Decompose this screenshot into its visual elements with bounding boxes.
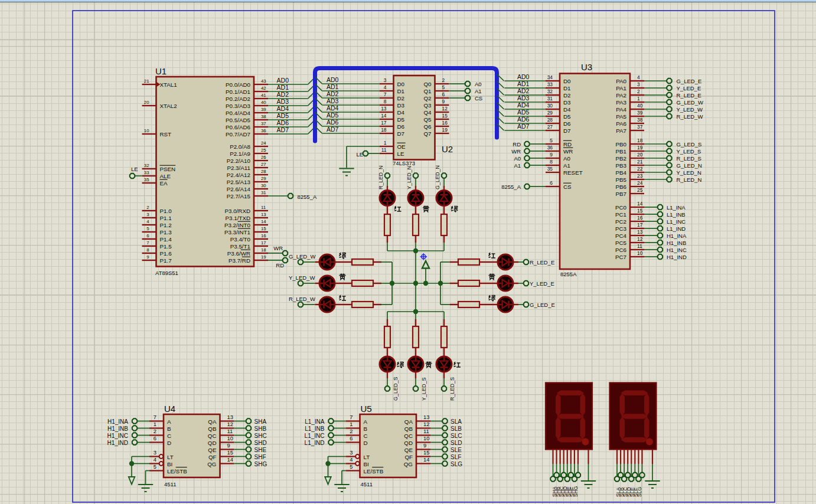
svg-text:AD0: AD0	[277, 77, 289, 84]
svg-text:14: 14	[381, 113, 387, 119]
svg-text:36: 36	[261, 128, 266, 133]
svg-text:20: 20	[637, 152, 643, 158]
svg-text:PB4: PB4	[615, 169, 626, 176]
svg-text:2: 2	[350, 428, 352, 434]
svg-text:P2.3/A11: P2.3/A11	[227, 165, 250, 171]
svg-text:2: 2	[637, 89, 640, 94]
svg-text:8: 8	[384, 99, 387, 104]
svg-text:31: 31	[261, 190, 266, 195]
svg-text:D2: D2	[563, 92, 571, 99]
svg-text:9: 9	[227, 442, 230, 449]
svg-text:AD3: AD3	[327, 97, 339, 104]
svg-text:RD: RD	[513, 141, 521, 148]
svg-text:PA7: PA7	[616, 127, 626, 134]
svg-text:4: 4	[146, 219, 149, 224]
svg-text:11: 11	[227, 428, 233, 434]
svg-text:AD5: AD5	[277, 112, 289, 119]
svg-text:10: 10	[423, 435, 429, 441]
svg-text:P2.1/A9: P2.1/A9	[230, 150, 250, 157]
svg-text:R_LED_N: R_LED_N	[677, 176, 702, 183]
svg-text:H1_INC: H1_INC	[667, 247, 687, 253]
svg-text:13: 13	[381, 106, 387, 112]
svg-text:8255_A: 8255_A	[298, 194, 317, 200]
svg-text:D: D	[167, 440, 171, 446]
svg-text:PC3: PC3	[615, 225, 627, 232]
svg-text:Y_LED_E: Y_LED_E	[530, 280, 554, 287]
svg-text:8: 8	[550, 159, 553, 165]
svg-text:18: 18	[261, 247, 266, 253]
svg-text:Y_LED_W: Y_LED_W	[289, 274, 315, 281]
svg-text:SLA: SLA	[451, 418, 462, 425]
svg-text:28: 28	[261, 169, 266, 174]
svg-text:OE: OE	[397, 143, 406, 150]
svg-text:PC0: PC0	[615, 204, 627, 211]
svg-text:Q2: Q2	[423, 95, 431, 102]
svg-text:XTAL2: XTAL2	[160, 103, 177, 109]
svg-text:L1_IND: L1_IND	[305, 440, 325, 446]
svg-text:P1.6: P1.6	[160, 250, 172, 257]
svg-text:L1_INB: L1_INB	[305, 426, 325, 432]
svg-text:SHG: SHG	[573, 486, 579, 497]
svg-text:QF: QF	[208, 454, 217, 460]
svg-text:SHA: SHA	[254, 418, 267, 425]
svg-text:15: 15	[423, 449, 429, 456]
svg-text:CS: CS	[563, 184, 572, 190]
svg-text:22: 22	[637, 166, 643, 172]
svg-text:32: 32	[547, 89, 553, 94]
svg-text:3: 3	[154, 449, 156, 456]
svg-text:D3: D3	[563, 99, 571, 106]
svg-text:AD5: AD5	[327, 112, 339, 119]
svg-text:21: 21	[144, 78, 149, 84]
svg-text:G_LED_W: G_LED_W	[289, 253, 315, 260]
svg-text:AD6: AD6	[327, 119, 339, 126]
svg-text:PB0: PB0	[615, 141, 626, 148]
svg-text:AD4: AD4	[327, 104, 339, 112]
svg-text:R_LED_S: R_LED_S	[449, 377, 455, 401]
svg-text:P3.7/RD: P3.7/RD	[229, 257, 250, 264]
svg-text:D7: D7	[397, 130, 405, 137]
svg-text:PA5: PA5	[616, 113, 626, 120]
svg-text:4511: 4511	[361, 481, 373, 487]
svg-text:Q5: Q5	[423, 116, 432, 123]
svg-text:H1_INB: H1_INB	[667, 240, 686, 246]
svg-text:C: C	[167, 433, 171, 439]
svg-text:P1.4: P1.4	[160, 236, 172, 243]
svg-text:P3.6/WR: P3.6/WR	[227, 250, 250, 257]
svg-text:QB: QB	[208, 426, 217, 432]
svg-text:D1: D1	[563, 85, 571, 91]
svg-text:2: 2	[146, 205, 149, 210]
svg-text:A1: A1	[514, 162, 521, 169]
svg-text:AD3: AD3	[277, 98, 289, 105]
svg-text:6: 6	[146, 233, 149, 238]
svg-text:G_LED_E: G_LED_E	[677, 78, 702, 84]
svg-text:XTAL1: XTAL1	[160, 81, 177, 88]
svg-text:Y_LED_E: Y_LED_E	[677, 85, 701, 91]
svg-text:AT89S51: AT89S51	[155, 270, 178, 276]
svg-text:14: 14	[423, 456, 429, 463]
svg-text:L1_INA: L1_INA	[305, 418, 325, 425]
svg-text:P1.3: P1.3	[160, 229, 172, 235]
svg-text:40: 40	[261, 100, 266, 105]
svg-text:38: 38	[261, 114, 266, 119]
svg-text:5: 5	[550, 138, 553, 143]
svg-text:PB5: PB5	[615, 176, 626, 183]
svg-text:H1_INB: H1_INB	[107, 426, 128, 432]
svg-text:ALE: ALE	[160, 173, 171, 179]
svg-text:Q7: Q7	[423, 130, 431, 137]
svg-text:AD2: AD2	[277, 91, 289, 98]
svg-text:18: 18	[637, 138, 643, 143]
svg-text:U1: U1	[155, 66, 167, 76]
svg-text:PA1: PA1	[616, 85, 626, 91]
svg-text:17: 17	[637, 222, 643, 228]
svg-text:H1_INC: H1_INC	[107, 433, 128, 439]
svg-text:30: 30	[261, 183, 266, 188]
svg-text:SHB: SHB	[254, 426, 267, 432]
svg-text:11: 11	[381, 147, 387, 153]
svg-text:QD: QD	[404, 440, 413, 446]
svg-text:PB7: PB7	[615, 191, 626, 197]
svg-text:P3.3/INT1: P3.3/INT1	[224, 229, 250, 235]
svg-text:9: 9	[423, 442, 426, 449]
svg-text:D6: D6	[563, 120, 571, 127]
svg-text:4: 4	[384, 84, 387, 90]
svg-text:19: 19	[261, 254, 266, 260]
